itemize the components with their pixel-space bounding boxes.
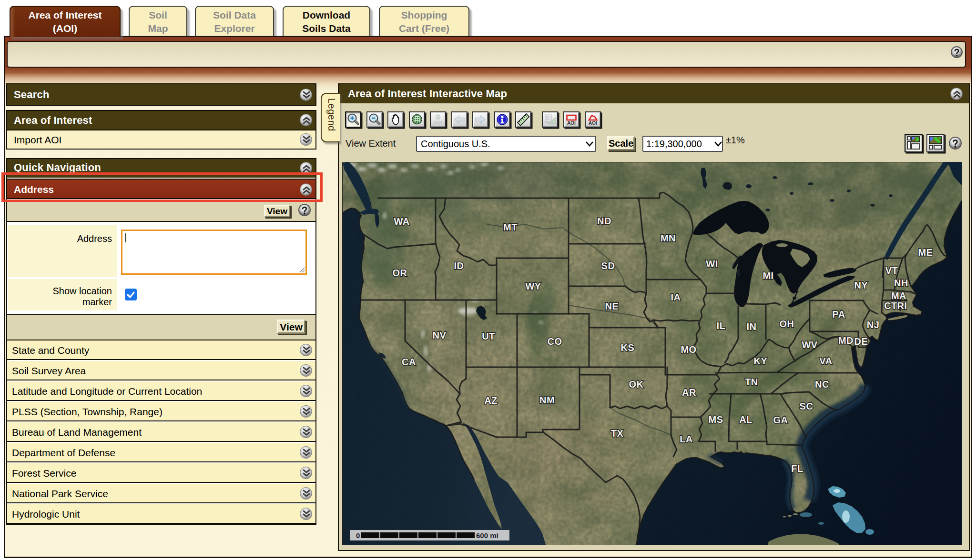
svg-text:LA: LA — [680, 434, 693, 444]
svg-text:MT: MT — [503, 222, 518, 232]
svg-text:NC: NC — [815, 379, 829, 390]
svg-text:AZ: AZ — [484, 395, 498, 406]
svg-text:MD: MD — [838, 335, 854, 346]
svg-text:600 mi: 600 mi — [476, 531, 498, 540]
svg-text:RI: RI — [897, 300, 907, 311]
svg-text:MA: MA — [891, 290, 906, 301]
svg-text:SC: SC — [800, 401, 813, 411]
svg-text:CT: CT — [884, 300, 897, 311]
svg-text:MO: MO — [681, 344, 696, 355]
svg-text:MI: MI — [762, 270, 773, 281]
svg-text:IL: IL — [717, 320, 726, 331]
svg-text:TX: TX — [611, 428, 624, 439]
svg-text:OK: OK — [629, 379, 644, 390]
svg-text:SD: SD — [601, 260, 615, 271]
svg-text:NM: NM — [539, 395, 555, 405]
svg-text:MS: MS — [709, 414, 723, 425]
svg-text:ND: ND — [597, 216, 611, 226]
svg-text:0: 0 — [356, 531, 360, 540]
svg-text:DE: DE — [854, 336, 868, 347]
svg-text:MN: MN — [661, 233, 676, 243]
svg-text:OR: OR — [393, 268, 407, 278]
svg-text:AOI: AOI — [434, 120, 442, 125]
svg-text:NV: NV — [433, 330, 447, 340]
svg-text:TN: TN — [745, 377, 758, 387]
svg-text:GA: GA — [773, 415, 788, 425]
svg-text:AOI: AOI — [589, 120, 597, 126]
svg-text:AOI: AOI — [567, 120, 576, 126]
svg-text:AL: AL — [739, 414, 752, 425]
svg-text:VT: VT — [885, 265, 898, 276]
svg-text:ME: ME — [918, 247, 933, 258]
svg-text:NH: NH — [894, 278, 908, 288]
svg-text:KY: KY — [754, 356, 768, 366]
svg-text:NJ: NJ — [867, 320, 880, 330]
svg-text:WI: WI — [706, 259, 718, 269]
svg-text:WV: WV — [802, 340, 817, 350]
svg-text:CO: CO — [548, 336, 562, 347]
svg-text:AR: AR — [682, 387, 696, 398]
svg-text:OH: OH — [780, 319, 794, 329]
svg-text:UT: UT — [482, 331, 495, 341]
svg-text:IN: IN — [747, 321, 757, 332]
svg-text:IA: IA — [671, 292, 681, 302]
svg-text:NE: NE — [605, 301, 619, 311]
svg-text:PA: PA — [832, 309, 845, 320]
svg-text:KS: KS — [621, 342, 635, 353]
svg-text:WA: WA — [394, 216, 409, 227]
svg-text:VA: VA — [819, 356, 832, 366]
svg-text:WY: WY — [525, 281, 541, 291]
svg-text:NY: NY — [854, 280, 868, 290]
svg-text:FL: FL — [791, 463, 803, 474]
svg-text:ID: ID — [454, 260, 464, 271]
svg-text:CA: CA — [402, 357, 416, 367]
